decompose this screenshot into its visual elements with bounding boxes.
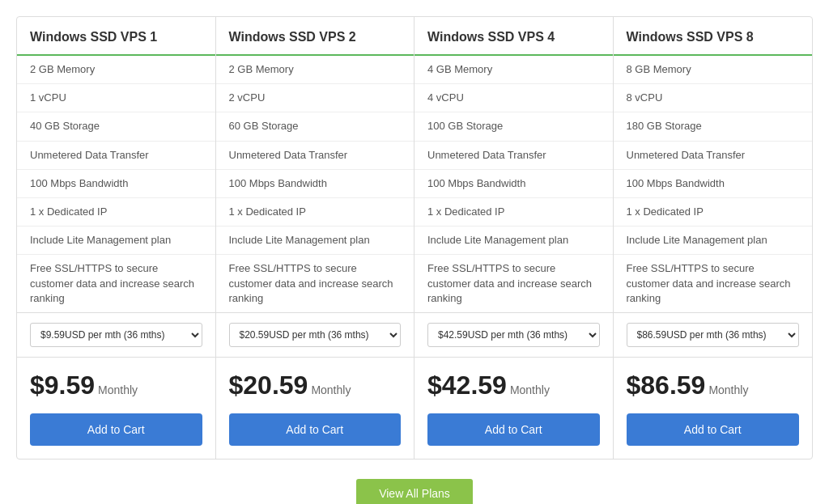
feature-item: Unmetered Data Transfer	[414, 142, 613, 170]
add-to-cart-button-vps2[interactable]: Add to Cart	[229, 413, 402, 446]
plan-period-select-vps4[interactable]: $42.59USD per mth (36 mths)$45.99USD per…	[427, 323, 600, 347]
plan-features-vps1: 2 GB Memory1 vCPU40 GB StorageUnmetered …	[17, 56, 215, 313]
plan-price-vps8: $86.59	[627, 371, 706, 400]
plan-features-vps2: 2 GB Memory2 vCPU60 GB StorageUnmetered …	[216, 56, 414, 313]
plan-pricing-vps1: $9.59Monthly	[17, 358, 215, 407]
feature-item: 40 GB Storage	[17, 112, 215, 141]
plans-grid: Windows SSD VPS 12 GB Memory1 vCPU40 GB …	[16, 16, 813, 460]
feature-item: 1 x Dedicated IP	[614, 198, 813, 227]
feature-item: Unmetered Data Transfer	[216, 142, 414, 170]
feature-item: 100 Mbps Bandwidth	[614, 170, 813, 198]
plan-pricing-vps2: $20.59Monthly	[216, 358, 414, 407]
plan-header-vps4: Windows SSD VPS 4	[414, 17, 613, 56]
plan-price-vps4: $42.59	[427, 371, 507, 400]
plan-period-vps4: Monthly	[510, 383, 550, 396]
feature-item: 2 vCPU	[216, 84, 414, 112]
plan-period-vps1: Monthly	[98, 383, 138, 396]
plan-selector-vps4: $42.59USD per mth (36 mths)$45.99USD per…	[414, 313, 613, 358]
feature-item: 1 x Dedicated IP	[17, 198, 215, 227]
feature-item: 60 GB Storage	[216, 112, 414, 141]
plan-features-vps4: 4 GB Memory4 vCPU100 GB StorageUnmetered…	[414, 56, 613, 313]
plan-period-select-vps8[interactable]: $86.59USD per mth (36 mths)$92.99USD per…	[627, 323, 800, 347]
plan-col-vps8: Windows SSD VPS 88 GB Memory8 vCPU180 GB…	[614, 17, 813, 459]
feature-item: 4 GB Memory	[414, 56, 613, 84]
plan-title-vps2: Windows SSD VPS 2	[229, 30, 402, 44]
feature-item: 100 GB Storage	[414, 112, 613, 141]
add-to-cart-button-vps1[interactable]: Add to Cart	[30, 413, 202, 446]
plan-col-vps1: Windows SSD VPS 12 GB Memory1 vCPU40 GB …	[17, 17, 216, 459]
plan-header-vps1: Windows SSD VPS 1	[17, 17, 215, 56]
feature-item: 1 x Dedicated IP	[414, 198, 613, 227]
feature-item: Unmetered Data Transfer	[17, 142, 215, 170]
feature-item: Include Lite Management plan	[17, 227, 215, 255]
feature-item: 1 vCPU	[17, 84, 215, 112]
plan-selector-vps1: $9.59USD per mth (36 mths)$10.99USD per …	[17, 313, 215, 358]
view-all-plans-button[interactable]: View All Plans	[356, 479, 473, 504]
add-to-cart-button-vps4[interactable]: Add to Cart	[427, 413, 600, 446]
feature-item: 1 x Dedicated IP	[216, 198, 414, 227]
plan-pricing-vps8: $86.59Monthly	[614, 358, 813, 407]
feature-item: Include Lite Management plan	[414, 227, 613, 255]
feature-item: 180 GB Storage	[614, 112, 813, 141]
feature-item: 100 Mbps Bandwidth	[17, 170, 215, 198]
plan-header-vps8: Windows SSD VPS 8	[614, 17, 813, 56]
plan-col-vps2: Windows SSD VPS 22 GB Memory2 vCPU60 GB …	[216, 17, 415, 459]
plan-price-vps2: $20.59	[229, 371, 308, 400]
view-all-section: View All Plans	[16, 479, 813, 504]
feature-item: 2 GB Memory	[17, 56, 215, 84]
feature-item: 100 Mbps Bandwidth	[414, 170, 613, 198]
plan-period-select-vps2[interactable]: $20.59USD per mth (36 mths)$22.99USD per…	[229, 323, 402, 347]
plan-pricing-vps4: $42.59Monthly	[414, 358, 613, 407]
plan-period-select-vps1[interactable]: $9.59USD per mth (36 mths)$10.99USD per …	[30, 323, 202, 347]
plan-title-vps4: Windows SSD VPS 4	[427, 30, 600, 44]
plan-header-vps2: Windows SSD VPS 2	[216, 17, 414, 56]
plan-title-vps8: Windows SSD VPS 8	[627, 30, 800, 44]
feature-item: 8 GB Memory	[614, 56, 813, 84]
plan-price-vps1: $9.59	[30, 371, 95, 400]
feature-item: Free SSL/HTTPS to secure customer data a…	[17, 255, 215, 312]
feature-item: 8 vCPU	[614, 84, 813, 112]
feature-item: Unmetered Data Transfer	[614, 142, 813, 170]
plan-period-vps2: Monthly	[311, 383, 351, 396]
feature-item: 100 Mbps Bandwidth	[216, 170, 414, 198]
feature-item: Free SSL/HTTPS to secure customer data a…	[614, 255, 813, 312]
plan-selector-vps8: $86.59USD per mth (36 mths)$92.99USD per…	[614, 313, 813, 358]
page-container: Windows SSD VPS 12 GB Memory1 vCPU40 GB …	[0, 0, 829, 504]
plan-period-vps8: Monthly	[708, 383, 748, 396]
add-to-cart-button-vps8[interactable]: Add to Cart	[627, 413, 800, 446]
feature-item: 2 GB Memory	[216, 56, 414, 84]
feature-item: Free SSL/HTTPS to secure customer data a…	[414, 255, 613, 312]
plan-selector-vps2: $20.59USD per mth (36 mths)$22.99USD per…	[216, 313, 414, 358]
plan-features-vps8: 8 GB Memory8 vCPU180 GB StorageUnmetered…	[614, 56, 813, 313]
feature-item: Include Lite Management plan	[216, 227, 414, 255]
feature-item: Free SSL/HTTPS to secure customer data a…	[216, 255, 414, 312]
feature-item: Include Lite Management plan	[614, 227, 813, 255]
plan-title-vps1: Windows SSD VPS 1	[30, 30, 202, 44]
plan-col-vps4: Windows SSD VPS 44 GB Memory4 vCPU100 GB…	[414, 17, 614, 459]
feature-item: 4 vCPU	[414, 84, 613, 112]
